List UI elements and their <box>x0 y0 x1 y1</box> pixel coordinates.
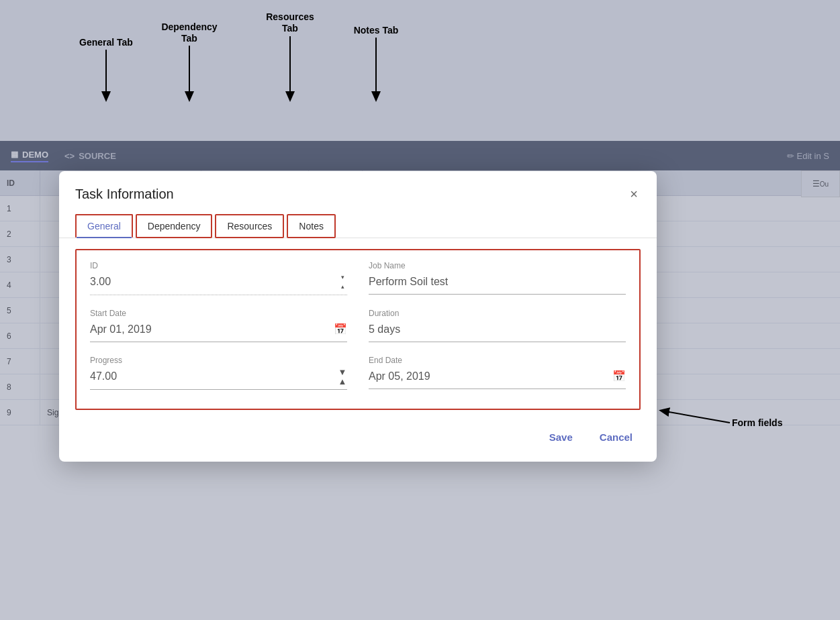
job-name-field-row: Perform Soil test <box>369 273 626 295</box>
duration-value: 5 days <box>369 323 626 335</box>
progress-field-row: 47.00 ▼ ▲ <box>90 368 347 390</box>
form-row-1: ID 3.00 ▾ ▴ Job Name Perform Soil test <box>90 261 626 295</box>
tab-notes[interactable]: Notes <box>287 214 336 238</box>
form-group-job-name: Job Name Perform Soil test <box>369 261 626 295</box>
end-date-value: Apr 05, 2019 <box>369 370 612 382</box>
form-group-end-date: End Date Apr 05, 2019 📅 <box>369 356 626 390</box>
end-date-label: End Date <box>369 356 626 365</box>
duration-field-row: 5 days <box>369 321 626 342</box>
job-name-value: Perform Soil test <box>369 276 626 288</box>
tab-general[interactable]: General <box>75 214 133 238</box>
id-spinner-down[interactable]: ▴ <box>338 282 347 291</box>
progress-label: Progress <box>90 356 347 365</box>
close-button[interactable]: × <box>627 185 641 203</box>
start-date-label: Start Date <box>90 309 347 318</box>
start-date-field-row: Apr 01, 2019 📅 <box>90 321 347 342</box>
progress-spinners: ▼ ▲ <box>338 368 347 385</box>
form-row-2: Start Date Apr 01, 2019 📅 Duration 5 day… <box>90 309 626 342</box>
progress-spinner-up[interactable]: ▲ <box>338 377 347 385</box>
cancel-button[interactable]: Cancel <box>592 426 641 448</box>
tab-general-label: General <box>87 221 121 231</box>
dialog-footer: Save Cancel <box>59 421 657 462</box>
progress-value: 47.00 <box>90 370 334 382</box>
form-group-id: ID 3.00 ▾ ▴ <box>90 261 347 295</box>
dialog-header: Task Information × <box>59 171 657 203</box>
duration-label: Duration <box>369 309 626 318</box>
id-spinner-up[interactable]: ▾ <box>338 273 347 281</box>
task-information-dialog: Task Information × General Dependency Re… <box>59 171 657 462</box>
form-area: ID 3.00 ▾ ▴ Job Name Perform Soil test <box>75 249 641 410</box>
dialog-tabs: General Dependency Resources Notes <box>59 203 657 238</box>
tab-resources-label: Resources <box>227 221 272 231</box>
id-value: 3.00 <box>90 276 334 288</box>
progress-spinner-down[interactable]: ▼ <box>338 368 347 376</box>
id-label: ID <box>90 261 347 270</box>
tab-resources[interactable]: Resources <box>215 214 284 238</box>
start-date-value: Apr 01, 2019 <box>90 323 334 335</box>
job-name-label: Job Name <box>369 261 626 270</box>
form-group-start-date: Start Date Apr 01, 2019 📅 <box>90 309 347 342</box>
end-date-field-row: Apr 05, 2019 📅 <box>369 368 626 389</box>
id-field-row: 3.00 ▾ ▴ <box>90 273 347 295</box>
save-button[interactable]: Save <box>541 426 581 448</box>
tab-dependency[interactable]: Dependency <box>136 214 213 238</box>
form-group-duration: Duration 5 days <box>369 309 626 342</box>
id-spinners: ▾ ▴ <box>338 273 347 291</box>
form-row-3: Progress 47.00 ▼ ▲ End Date Apr 05, 2019… <box>90 356 626 390</box>
form-group-progress: Progress 47.00 ▼ ▲ <box>90 356 347 390</box>
end-date-calendar-icon[interactable]: 📅 <box>612 370 626 382</box>
tab-dependency-label: Dependency <box>148 221 201 231</box>
start-date-calendar-icon[interactable]: 📅 <box>334 323 347 335</box>
tab-notes-label: Notes <box>299 221 324 231</box>
dialog-title: Task Information <box>75 187 174 202</box>
